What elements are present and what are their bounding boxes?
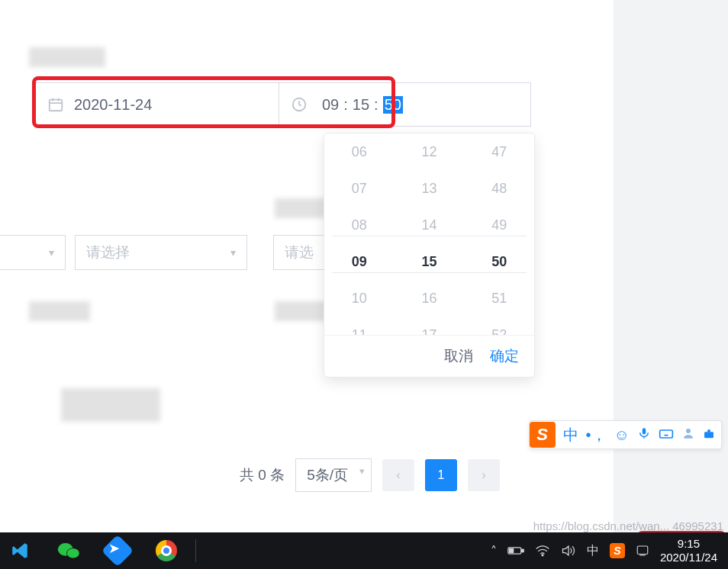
notification-icon[interactable] xyxy=(636,544,649,558)
spinner-option[interactable]: 49 xyxy=(491,207,507,243)
spinner-option[interactable]: 09 xyxy=(352,243,367,280)
select-truncated-text: 请选 xyxy=(285,243,314,262)
spinner-option[interactable]: 52 xyxy=(491,317,507,335)
svg-point-11 xyxy=(542,555,543,556)
taskbar-separator xyxy=(195,539,196,562)
time-hh: 09 xyxy=(322,96,339,114)
spinner-option[interactable]: 10 xyxy=(352,280,367,317)
svg-rect-10 xyxy=(509,548,513,552)
select-truncated-left[interactable]: ▾ xyxy=(0,235,66,270)
redacted-label xyxy=(29,47,105,67)
taskbar-chrome-icon[interactable] xyxy=(154,538,179,563)
redacted-label xyxy=(29,301,90,321)
spinner-option[interactable]: 13 xyxy=(421,170,436,207)
clock-icon xyxy=(290,95,308,114)
microphone-icon[interactable] xyxy=(637,426,651,444)
spinner-option[interactable]: 15 xyxy=(421,243,436,280)
spinner-option[interactable]: 12 xyxy=(421,133,436,170)
ime-punct-icon[interactable]: •， xyxy=(586,425,607,445)
svg-point-4 xyxy=(686,429,691,433)
wifi-icon[interactable] xyxy=(535,545,550,557)
smiley-icon[interactable]: ☺ xyxy=(614,426,630,444)
tray-overflow-icon[interactable]: ˄ xyxy=(491,544,497,558)
spinner-option[interactable]: 51 xyxy=(491,280,507,317)
taskbar-vscode-icon[interactable] xyxy=(8,538,32,563)
time-mm: 15 xyxy=(353,96,369,114)
spinner-option[interactable]: 14 xyxy=(421,207,436,243)
confirm-button[interactable]: 确定 xyxy=(490,346,519,366)
svg-rect-0 xyxy=(50,100,63,111)
calendar-icon xyxy=(47,95,65,114)
cancel-button[interactable]: 取消 xyxy=(444,346,473,366)
spinner-option[interactable]: 06 xyxy=(352,133,367,170)
toolbox-icon[interactable] xyxy=(703,426,715,444)
spinner-option[interactable]: 50 xyxy=(491,243,507,280)
chevron-down-icon: ▾ xyxy=(230,246,236,259)
select-placeholder-text: 请选择 xyxy=(86,243,130,262)
scroll-gutter xyxy=(614,0,728,569)
page-number-current[interactable]: 1 xyxy=(425,459,457,491)
page-size-select[interactable]: 5条/页 xyxy=(295,458,372,492)
user-icon[interactable] xyxy=(681,426,695,444)
spinner-option[interactable]: 07 xyxy=(352,170,367,207)
total-label: 共 0 条 xyxy=(240,465,285,485)
sogou-logo-icon: S xyxy=(530,422,556,448)
prev-page-button[interactable]: ‹ xyxy=(382,459,414,491)
watermark: https://blog.csdn.net/wan... 46995231 xyxy=(533,519,723,532)
svg-rect-12 xyxy=(637,546,648,555)
battery-icon[interactable] xyxy=(507,545,524,556)
svg-point-7 xyxy=(67,548,80,558)
hours-column[interactable]: 060708091011 xyxy=(324,133,395,335)
chevron-down-icon: ▾ xyxy=(49,246,54,259)
taskbar-clock[interactable]: 9:15 2020/11/24 xyxy=(660,537,726,564)
time-picker-panel: 060708091011 121314151617 474849505152 取… xyxy=(324,133,535,378)
svg-rect-3 xyxy=(660,430,673,438)
time-input[interactable]: 09:15:50 xyxy=(279,82,531,127)
redacted-label xyxy=(61,388,160,422)
taskbar-wechat-icon[interactable] xyxy=(56,538,81,563)
spinner-option[interactable]: 48 xyxy=(491,170,507,207)
ime-lang[interactable]: 中 xyxy=(563,425,578,445)
svg-rect-9 xyxy=(522,549,524,551)
minutes-column[interactable]: 121314151617 xyxy=(395,133,465,335)
taskbar-dingtalk-icon[interactable]: ➤ xyxy=(105,538,130,563)
tray-lang[interactable]: 中 xyxy=(587,543,599,559)
ime-toolbar[interactable]: S 中 •， ☺ xyxy=(529,420,722,449)
clock-time: 9:15 xyxy=(678,537,700,551)
pagination: 共 0 条 5条/页 ‹ 1 › xyxy=(240,458,500,492)
date-input[interactable]: 2020-11-24 xyxy=(35,82,279,127)
clock-date: 2020/11/24 xyxy=(660,551,717,564)
seconds-column[interactable]: 474849505152 xyxy=(464,133,534,335)
svg-rect-2 xyxy=(643,428,646,434)
svg-rect-5 xyxy=(704,432,714,438)
spinner-option[interactable]: 17 xyxy=(421,317,436,335)
spinner-option[interactable]: 08 xyxy=(352,207,367,243)
keyboard-icon[interactable] xyxy=(659,426,674,444)
spinner-option[interactable]: 47 xyxy=(491,133,507,170)
volume-icon[interactable] xyxy=(561,544,576,558)
time-ss-selected: 50 xyxy=(383,96,403,114)
spinner-option[interactable]: 16 xyxy=(421,280,436,317)
windows-taskbar: ➤ ˄ 中 S 9:15 2020 xyxy=(0,532,728,569)
tray-sogou-icon[interactable]: S xyxy=(610,543,625,558)
next-page-button[interactable]: › xyxy=(468,459,500,491)
spinner-option[interactable]: 11 xyxy=(352,317,367,335)
select-placeholder[interactable]: 请选择 ▾ xyxy=(75,235,247,270)
date-value: 2020-11-24 xyxy=(74,96,152,114)
